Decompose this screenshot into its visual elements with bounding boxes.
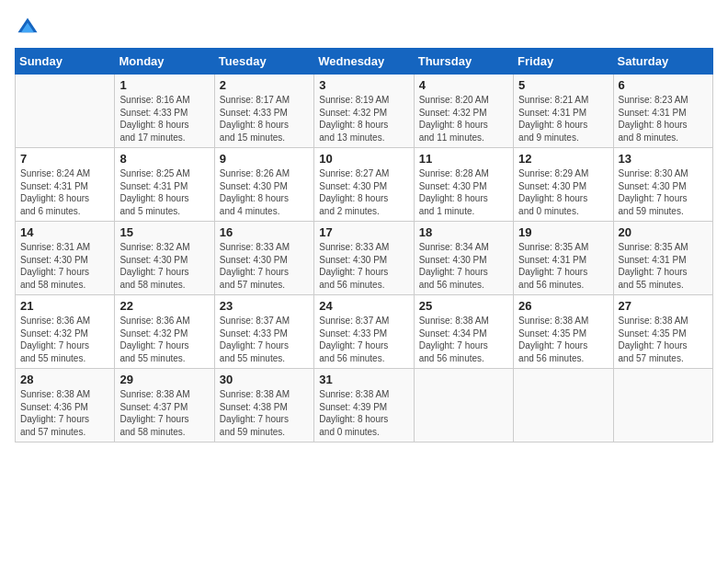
day-info: Sunrise: 8:36 AM Sunset: 4:32 PM Dayligh…: [20, 315, 109, 364]
day-info: Sunrise: 8:24 AM Sunset: 4:31 PM Dayligh…: [20, 167, 109, 217]
day-info: Sunrise: 8:31 AM Sunset: 4:30 PM Dayligh…: [20, 241, 109, 291]
calendar-cell: 17Sunrise: 8:33 AM Sunset: 4:30 PM Dayli…: [314, 222, 414, 295]
day-info: Sunrise: 8:21 AM Sunset: 4:31 PM Dayligh…: [518, 94, 608, 144]
calendar-cell: 15Sunrise: 8:32 AM Sunset: 4:30 PM Dayli…: [115, 222, 214, 295]
day-number: 19: [518, 225, 608, 239]
day-info: Sunrise: 8:37 AM Sunset: 4:33 PM Dayligh…: [220, 315, 309, 364]
day-number: 7: [20, 152, 109, 166]
col-header-wednesday: Wednesday: [314, 49, 414, 75]
calendar-week-row: 28Sunrise: 8:38 AM Sunset: 4:36 PM Dayli…: [16, 369, 713, 442]
calendar-week-row: 14Sunrise: 8:31 AM Sunset: 4:30 PM Dayli…: [16, 222, 713, 295]
day-number: 22: [119, 299, 209, 313]
col-header-thursday: Thursday: [414, 49, 513, 75]
day-info: Sunrise: 8:38 AM Sunset: 4:35 PM Dayligh…: [619, 315, 708, 364]
day-number: 13: [619, 152, 708, 166]
calendar-cell: 22Sunrise: 8:36 AM Sunset: 4:32 PM Dayli…: [115, 295, 214, 369]
calendar-cell: [414, 369, 513, 442]
calendar-cell: [16, 75, 115, 148]
calendar-cell: 30Sunrise: 8:38 AM Sunset: 4:38 PM Dayli…: [214, 369, 313, 442]
calendar-cell: 26Sunrise: 8:38 AM Sunset: 4:35 PM Dayli…: [514, 295, 613, 369]
day-info: Sunrise: 8:33 AM Sunset: 4:30 PM Dayligh…: [220, 241, 309, 291]
calendar-cell: 13Sunrise: 8:30 AM Sunset: 4:30 PM Dayli…: [613, 148, 712, 222]
day-number: 28: [20, 373, 109, 386]
day-info: Sunrise: 8:19 AM Sunset: 4:32 PM Dayligh…: [319, 94, 408, 144]
day-number: 9: [220, 152, 309, 166]
calendar-cell: 23Sunrise: 8:37 AM Sunset: 4:33 PM Dayli…: [214, 295, 313, 369]
day-number: 26: [518, 299, 608, 313]
day-number: 17: [319, 225, 408, 239]
calendar-week-row: 21Sunrise: 8:36 AM Sunset: 4:32 PM Dayli…: [16, 295, 713, 369]
calendar-cell: 19Sunrise: 8:35 AM Sunset: 4:31 PM Dayli…: [514, 222, 613, 295]
day-number: 18: [419, 225, 508, 239]
calendar-cell: 14Sunrise: 8:31 AM Sunset: 4:30 PM Dayli…: [16, 222, 115, 295]
day-info: Sunrise: 8:38 AM Sunset: 4:37 PM Dayligh…: [119, 388, 209, 438]
day-number: 16: [220, 225, 309, 239]
calendar-cell: 1Sunrise: 8:16 AM Sunset: 4:33 PM Daylig…: [115, 75, 214, 148]
day-number: 8: [119, 152, 209, 166]
day-number: 30: [220, 373, 309, 386]
day-number: 11: [419, 152, 508, 166]
day-number: 2: [220, 78, 309, 92]
col-header-monday: Monday: [115, 49, 214, 75]
calendar-header-row: SundayMondayTuesdayWednesdayThursdayFrid…: [16, 49, 713, 75]
calendar-cell: 10Sunrise: 8:27 AM Sunset: 4:30 PM Dayli…: [314, 148, 414, 222]
day-info: Sunrise: 8:38 AM Sunset: 4:36 PM Dayligh…: [20, 388, 109, 438]
calendar-week-row: 7Sunrise: 8:24 AM Sunset: 4:31 PM Daylig…: [16, 148, 713, 222]
day-info: Sunrise: 8:30 AM Sunset: 4:30 PM Dayligh…: [619, 167, 708, 217]
calendar-cell: 5Sunrise: 8:21 AM Sunset: 4:31 PM Daylig…: [514, 75, 613, 148]
calendar-cell: 21Sunrise: 8:36 AM Sunset: 4:32 PM Dayli…: [16, 295, 115, 369]
day-info: Sunrise: 8:38 AM Sunset: 4:39 PM Dayligh…: [319, 388, 408, 438]
day-info: Sunrise: 8:34 AM Sunset: 4:30 PM Dayligh…: [419, 241, 508, 291]
calendar-cell: 29Sunrise: 8:38 AM Sunset: 4:37 PM Dayli…: [115, 369, 214, 442]
calendar-cell: 7Sunrise: 8:24 AM Sunset: 4:31 PM Daylig…: [16, 148, 115, 222]
day-info: Sunrise: 8:38 AM Sunset: 4:34 PM Dayligh…: [419, 315, 508, 364]
calendar-cell: 8Sunrise: 8:25 AM Sunset: 4:31 PM Daylig…: [115, 148, 214, 222]
calendar-cell: 18Sunrise: 8:34 AM Sunset: 4:30 PM Dayli…: [414, 222, 513, 295]
day-number: 31: [319, 373, 408, 386]
day-number: 10: [319, 152, 408, 166]
calendar-cell: 28Sunrise: 8:38 AM Sunset: 4:36 PM Dayli…: [16, 369, 115, 442]
day-info: Sunrise: 8:35 AM Sunset: 4:31 PM Dayligh…: [518, 241, 608, 291]
day-info: Sunrise: 8:32 AM Sunset: 4:30 PM Dayligh…: [119, 241, 209, 291]
day-number: 25: [419, 299, 508, 313]
day-info: Sunrise: 8:33 AM Sunset: 4:30 PM Dayligh…: [319, 241, 408, 291]
day-number: 24: [319, 299, 408, 313]
calendar-cell: 4Sunrise: 8:20 AM Sunset: 4:32 PM Daylig…: [414, 75, 513, 148]
day-number: 20: [619, 225, 708, 239]
calendar-cell: 9Sunrise: 8:26 AM Sunset: 4:30 PM Daylig…: [214, 148, 313, 222]
day-info: Sunrise: 8:17 AM Sunset: 4:33 PM Dayligh…: [220, 94, 309, 144]
calendar-cell: 2Sunrise: 8:17 AM Sunset: 4:33 PM Daylig…: [214, 75, 313, 148]
logo: [15, 15, 44, 40]
day-info: Sunrise: 8:38 AM Sunset: 4:38 PM Dayligh…: [220, 388, 309, 438]
calendar-cell: 27Sunrise: 8:38 AM Sunset: 4:35 PM Dayli…: [613, 295, 712, 369]
day-info: Sunrise: 8:26 AM Sunset: 4:30 PM Dayligh…: [220, 167, 309, 217]
day-number: 6: [619, 78, 708, 92]
day-info: Sunrise: 8:29 AM Sunset: 4:30 PM Dayligh…: [518, 167, 608, 217]
logo-icon: [15, 15, 40, 40]
calendar-cell: [613, 369, 712, 442]
calendar-cell: 6Sunrise: 8:23 AM Sunset: 4:31 PM Daylig…: [613, 75, 712, 148]
calendar-cell: [514, 369, 613, 442]
calendar-cell: 12Sunrise: 8:29 AM Sunset: 4:30 PM Dayli…: [514, 148, 613, 222]
day-number: 3: [319, 78, 408, 92]
calendar-cell: 3Sunrise: 8:19 AM Sunset: 4:32 PM Daylig…: [314, 75, 414, 148]
col-header-sunday: Sunday: [16, 49, 115, 75]
calendar-cell: 11Sunrise: 8:28 AM Sunset: 4:30 PM Dayli…: [414, 148, 513, 222]
calendar-cell: 31Sunrise: 8:38 AM Sunset: 4:39 PM Dayli…: [314, 369, 414, 442]
day-number: 15: [119, 225, 209, 239]
day-info: Sunrise: 8:35 AM Sunset: 4:31 PM Dayligh…: [619, 241, 708, 291]
calendar-week-row: 1Sunrise: 8:16 AM Sunset: 4:33 PM Daylig…: [16, 75, 713, 148]
day-number: 21: [20, 299, 109, 313]
col-header-friday: Friday: [514, 49, 613, 75]
day-info: Sunrise: 8:37 AM Sunset: 4:33 PM Dayligh…: [319, 315, 408, 364]
day-number: 29: [119, 373, 209, 386]
day-info: Sunrise: 8:27 AM Sunset: 4:30 PM Dayligh…: [319, 167, 408, 217]
day-info: Sunrise: 8:28 AM Sunset: 4:30 PM Dayligh…: [419, 167, 508, 217]
day-info: Sunrise: 8:25 AM Sunset: 4:31 PM Dayligh…: [119, 167, 209, 217]
day-number: 5: [518, 78, 608, 92]
day-info: Sunrise: 8:16 AM Sunset: 4:33 PM Dayligh…: [119, 94, 209, 144]
calendar-cell: 16Sunrise: 8:33 AM Sunset: 4:30 PM Dayli…: [214, 222, 313, 295]
calendar-cell: 20Sunrise: 8:35 AM Sunset: 4:31 PM Dayli…: [613, 222, 712, 295]
day-number: 23: [220, 299, 309, 313]
day-info: Sunrise: 8:38 AM Sunset: 4:35 PM Dayligh…: [518, 315, 608, 364]
